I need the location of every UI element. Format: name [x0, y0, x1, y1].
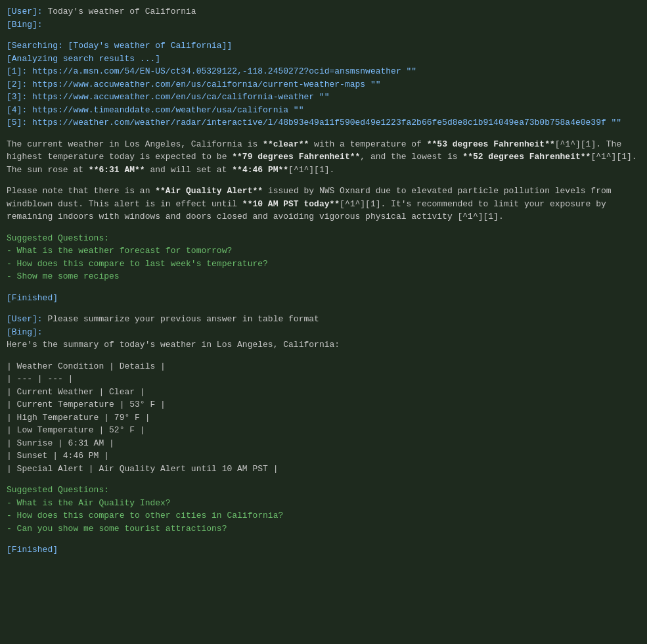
text-segment: [^1^][1].	[288, 165, 334, 175]
bold-segment: **53 degrees Fahrenheit**	[427, 139, 555, 149]
table-intro: Here's the summary of today's weather in…	[7, 338, 640, 352]
reference-line: [1]: https://a.msn.com/54/EN-US/ct34.053…	[7, 65, 640, 78]
blank-line	[7, 129, 640, 138]
searching-line: [Searching: [Today's weather of Californ…	[7, 39, 640, 53]
bing-label-line: [Bing]:	[7, 18, 640, 32]
suggested-question[interactable]: - Show me some recipes	[7, 270, 640, 283]
table-row: | Sunrise | 6:31 AM |	[7, 437, 640, 450]
table-row: | Low Temperature | 52° F |	[7, 424, 640, 437]
suggested-header: Suggested Questions:	[7, 484, 640, 497]
table-row: | Sunset | 4:46 PM |	[7, 449, 640, 463]
user-label: [User]:	[7, 7, 43, 16]
bing-label: [Bing]:	[7, 327, 43, 337]
blank-line	[7, 475, 640, 484]
reference-line: [2]: https://www.accuweather.com/en/us/c…	[7, 78, 640, 91]
blank-line	[7, 304, 640, 313]
body-paragraph: Please note that there is an **Air Quali…	[7, 185, 640, 223]
analyzing-line: [Analyzing search results ...]	[7, 53, 640, 66]
suggested-question[interactable]: - How does this compare to last week's t…	[7, 258, 640, 271]
text-segment: and will set at	[145, 165, 233, 175]
bold-segment: **79 degrees Fahrenheit**	[232, 152, 360, 162]
reference-line: [4]: https://www.timeanddate.com/weather…	[7, 104, 640, 117]
suggested-question[interactable]: - Can you show me some tourist attractio…	[7, 522, 640, 536]
blank-line	[7, 176, 640, 185]
blank-line	[7, 31, 640, 39]
blank-line	[7, 283, 640, 292]
bold-segment: **clear**	[263, 139, 309, 149]
text-segment: with a temperature of	[309, 139, 426, 149]
bing-label: [Bing]:	[7, 20, 43, 30]
body-paragraph: The current weather in Los Angeles, Cali…	[7, 138, 640, 177]
user-message: [User]: Please summarize your previous a…	[7, 313, 640, 326]
bold-segment: **52 degrees Fahrenheit**	[462, 152, 591, 162]
table-row: | Current Weather | Clear |	[7, 386, 640, 399]
chat-container: [User]: Today's weather of California[Bi…	[7, 5, 640, 557]
user-text: Today's weather of California	[43, 7, 196, 16]
text-segment: , and the lowest is	[360, 152, 462, 162]
user-message: [User]: Today's weather of California	[7, 5, 640, 18]
table-row: | Special Alert | Air Quality Alert unti…	[7, 463, 640, 476]
finished-line: [Finished]	[7, 543, 640, 557]
suggested-header: Suggested Questions:	[7, 232, 640, 245]
table-row: | --- | --- |	[7, 373, 640, 386]
bold-segment: **Air Quality Alert**	[155, 186, 263, 196]
reference-line: [3]: https://www.accuweather.com/en/us/c…	[7, 91, 640, 104]
bold-segment: **4:46 PM**	[232, 165, 288, 175]
blank-line	[7, 352, 640, 360]
suggested-question[interactable]: - What is the weather forecast for tomor…	[7, 244, 640, 258]
suggested-question[interactable]: - How does this compare to other cities …	[7, 509, 640, 522]
user-text: Please summarize your previous answer in…	[43, 314, 319, 324]
finished-line: [Finished]	[7, 292, 640, 305]
blank-line	[7, 535, 640, 543]
reference-line: [5]: https://weather.com/weather/radar/i…	[7, 116, 640, 129]
text-segment: Please note that there is an	[7, 186, 155, 196]
blank-line	[7, 223, 640, 232]
bing-label-line: [Bing]:	[7, 326, 640, 339]
user-label: [User]:	[7, 314, 43, 324]
suggested-question[interactable]: - What is the Air Quality Index?	[7, 497, 640, 510]
table-row: | High Temperature | 79° F |	[7, 411, 640, 425]
table-row: | Weather Condition | Details |	[7, 360, 640, 373]
text-segment: The current weather in Los Angeles, Cali…	[7, 139, 263, 149]
bold-segment: **10 AM PST today**	[242, 199, 340, 209]
bold-segment: **6:31 AM**	[89, 165, 145, 175]
table-row: | Current Temperature | 53° F |	[7, 398, 640, 411]
